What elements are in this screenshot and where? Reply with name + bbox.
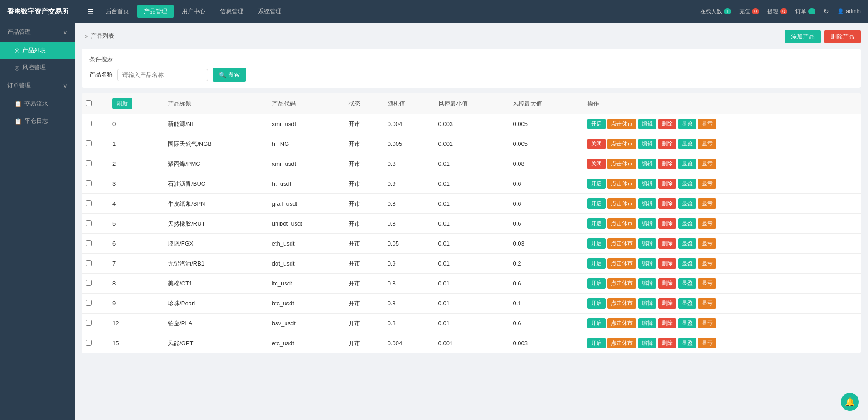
suspend-button[interactable]: 点击休市 <box>607 298 636 309</box>
show-long-button[interactable]: 显盈 <box>678 198 696 209</box>
row-checkbox[interactable] <box>86 240 92 246</box>
suspend-button[interactable]: 点击休市 <box>607 179 636 189</box>
edit-button[interactable]: 编辑 <box>638 238 656 249</box>
show-short-button[interactable]: 显亏 <box>698 159 716 169</box>
sidebar-item-close-log[interactable]: 📋 平仓日志 <box>0 112 75 130</box>
suspend-button[interactable]: 点击休市 <box>607 119 636 129</box>
open-button[interactable]: 开启 <box>587 119 606 129</box>
row-checkbox[interactable] <box>86 160 92 166</box>
row-checkbox[interactable] <box>86 180 92 186</box>
top-refresh-icon[interactable]: ↻ <box>824 8 829 15</box>
edit-button[interactable]: 编辑 <box>638 258 656 269</box>
suspend-button[interactable]: 点击休市 <box>607 198 636 209</box>
show-short-button[interactable]: 显亏 <box>698 298 716 309</box>
open-button[interactable]: 开启 <box>587 318 606 328</box>
sidebar-item-product-list[interactable]: ◎ 产品列表 <box>0 42 75 59</box>
show-long-button[interactable]: 显盈 <box>678 338 696 348</box>
edit-button[interactable]: 编辑 <box>638 119 656 129</box>
sidebar-section-order-header[interactable]: 订单管理 ∨ <box>0 76 75 95</box>
open-button[interactable]: 开启 <box>587 179 606 189</box>
delete-button[interactable]: 删除 <box>658 278 676 289</box>
row-checkbox[interactable] <box>86 121 92 126</box>
show-short-button[interactable]: 显亏 <box>698 218 716 229</box>
show-long-button[interactable]: 显盈 <box>678 119 696 129</box>
suspend-button[interactable]: 点击休市 <box>607 318 636 328</box>
open-button[interactable]: 开启 <box>587 338 606 348</box>
row-checkbox[interactable] <box>86 300 92 306</box>
open-button[interactable]: 开启 <box>587 298 606 309</box>
show-short-button[interactable]: 显亏 <box>698 238 716 249</box>
show-long-button[interactable]: 显盈 <box>678 179 696 189</box>
delete-product-button[interactable]: 删除产品 <box>824 30 861 43</box>
search-input[interactable] <box>117 69 208 81</box>
table-refresh-button[interactable]: 刷新 <box>112 98 132 109</box>
nav-item-user[interactable]: 用户中心 <box>175 5 212 18</box>
show-long-button[interactable]: 显盈 <box>678 218 696 229</box>
suspend-button[interactable]: 点击休市 <box>607 139 636 149</box>
select-all-checkbox[interactable] <box>86 100 92 106</box>
delete-button[interactable]: 删除 <box>658 258 676 269</box>
delete-button[interactable]: 删除 <box>658 119 676 129</box>
row-checkbox[interactable] <box>86 140 92 146</box>
show-short-button[interactable]: 显亏 <box>698 278 716 289</box>
show-short-button[interactable]: 显亏 <box>698 119 716 129</box>
delete-button[interactable]: 删除 <box>658 318 676 328</box>
suspend-button[interactable]: 点击休市 <box>607 258 636 269</box>
delete-button[interactable]: 删除 <box>658 179 676 189</box>
row-checkbox[interactable] <box>86 200 92 206</box>
close-button[interactable]: 关闭 <box>587 159 606 169</box>
row-checkbox[interactable] <box>86 320 92 326</box>
delete-button[interactable]: 删除 <box>658 218 676 229</box>
row-checkbox[interactable] <box>86 340 92 346</box>
menu-toggle-icon[interactable]: ☰ <box>87 7 94 16</box>
nav-item-product[interactable]: 产品管理 <box>137 5 174 18</box>
recharge-stat[interactable]: 充值 0 <box>739 8 759 15</box>
sidebar-item-trade-flow[interactable]: 📋 交易流水 <box>0 95 75 112</box>
suspend-button[interactable]: 点击休市 <box>607 278 636 289</box>
open-button[interactable]: 开启 <box>587 278 606 289</box>
row-checkbox[interactable] <box>86 260 92 266</box>
delete-button[interactable]: 删除 <box>658 198 676 209</box>
suspend-button[interactable]: 点击休市 <box>607 218 636 229</box>
order-stat[interactable]: 订单 1 <box>795 8 815 15</box>
show-long-button[interactable]: 显盈 <box>678 298 696 309</box>
show-long-button[interactable]: 显盈 <box>678 159 696 169</box>
notification-bell[interactable]: 🔔 <box>841 393 859 411</box>
show-long-button[interactable]: 显盈 <box>678 139 696 149</box>
withdraw-stat[interactable]: 提现 0 <box>767 8 787 15</box>
open-button[interactable]: 开启 <box>587 258 606 269</box>
delete-button[interactable]: 删除 <box>658 238 676 249</box>
suspend-button[interactable]: 点击休市 <box>607 238 636 249</box>
edit-button[interactable]: 编辑 <box>638 278 656 289</box>
show-long-button[interactable]: 显盈 <box>678 318 696 328</box>
edit-button[interactable]: 编辑 <box>638 338 656 348</box>
open-button[interactable]: 开启 <box>587 218 606 229</box>
edit-button[interactable]: 编辑 <box>638 298 656 309</box>
open-button[interactable]: 开启 <box>587 238 606 249</box>
add-product-button[interactable]: 添加产品 <box>785 30 821 43</box>
show-short-button[interactable]: 显亏 <box>698 318 716 328</box>
show-long-button[interactable]: 显盈 <box>678 258 696 269</box>
nav-item-info[interactable]: 信息管理 <box>213 5 250 18</box>
show-long-button[interactable]: 显盈 <box>678 238 696 249</box>
nav-item-system[interactable]: 系统管理 <box>252 5 288 18</box>
delete-button[interactable]: 删除 <box>658 338 676 348</box>
row-checkbox[interactable] <box>86 220 92 226</box>
edit-button[interactable]: 编辑 <box>638 139 656 149</box>
delete-button[interactable]: 删除 <box>658 139 676 149</box>
admin-menu[interactable]: 👤 admin <box>837 8 861 14</box>
show-short-button[interactable]: 显亏 <box>698 139 716 149</box>
delete-button[interactable]: 删除 <box>658 159 676 169</box>
delete-button[interactable]: 删除 <box>658 298 676 309</box>
close-button[interactable]: 关闭 <box>587 139 606 149</box>
show-short-button[interactable]: 显亏 <box>698 338 716 348</box>
sidebar-item-risk-control[interactable]: ◎ 风控管理 <box>0 59 75 76</box>
show-short-button[interactable]: 显亏 <box>698 198 716 209</box>
nav-item-dashboard[interactable]: 后台首页 <box>99 5 136 18</box>
edit-button[interactable]: 编辑 <box>638 218 656 229</box>
suspend-button[interactable]: 点击休市 <box>607 338 636 348</box>
edit-button[interactable]: 编辑 <box>638 179 656 189</box>
online-count-stat[interactable]: 在线人数 1 <box>700 8 731 15</box>
suspend-button[interactable]: 点击休市 <box>607 159 636 169</box>
search-button[interactable]: 🔍 搜索 <box>213 68 246 82</box>
